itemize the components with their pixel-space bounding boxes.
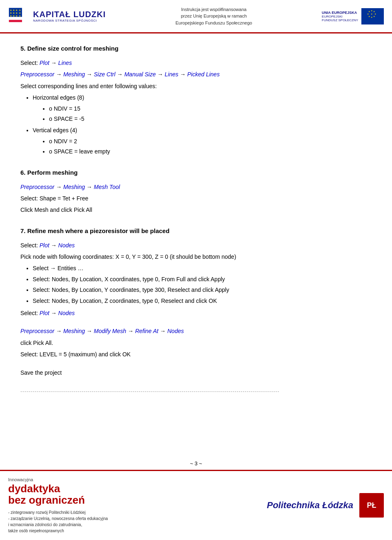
footer-right: Politechnika Łódzka PŁ	[267, 493, 384, 518]
svg-text:★: ★	[13, 11, 15, 14]
section-7-title: 7. Refine mesh where a piezoresistor wil…	[20, 226, 372, 236]
footer-desc3: i wzmacniania zdolności do zatrudniania,	[8, 522, 108, 528]
logo-left: ★ ★ ★ ★ ★ ★ ★ ★ ★ ★ ★ ★ KAPITAŁ	[8, 5, 106, 27]
section5-line3: Select corresponding lines and enter fol…	[20, 82, 372, 91]
section5-sub1a: NDIV = 15	[49, 104, 372, 113]
section-5: 5. Define size control for meshing Selec…	[20, 44, 372, 156]
section-6: 6. Perform meshing Preprocessor → Meshin…	[20, 168, 372, 215]
main-content: 5. Define size control for meshing Selec…	[0, 33, 392, 457]
svg-text:★: ★	[10, 11, 12, 14]
footer-desc2: - zarządzanie Uczelnią, nowoczesna ofert…	[8, 516, 108, 522]
section5-sub1: NDIV = 15 SPACE = -5	[49, 104, 372, 124]
center-line1: Instrukcja jest współfinansowana	[176, 6, 252, 13]
section5-line2: Preprocessor → Meshing → Size Ctrl → Man…	[20, 70, 372, 79]
svg-text:★: ★	[19, 11, 21, 14]
header-right: UNIA EUROPEJSKA EUROPEJSKI FUNDUSZ SPOŁE…	[322, 8, 384, 24]
section5-sub2: NDIV = 2 SPACE = leave empty	[49, 137, 372, 156]
section7-line2: Pick node with following coordinates: X …	[20, 252, 372, 261]
header-center-text: Instrukcja jest współfinansowana przez U…	[176, 6, 252, 27]
footer-bez: bez ograniczeń	[8, 494, 108, 506]
svg-rect-15	[9, 20, 22, 22]
section7-bullet1: Select → Entities …	[33, 264, 372, 273]
section7-line4: Preprocessor → Meshing → Modify Mesh → R…	[20, 327, 372, 336]
section6-line2: Select: Shape = Tet + Free	[20, 194, 372, 203]
eu-flag-icon: ★ ★ ★ ★ ★ ★ ★ ★ ★	[361, 8, 384, 24]
section7-bullet3: Select: Nodes, By Location, Y coordinate…	[33, 285, 372, 294]
section6-preprocessor-path: Preprocessor → Meshing → Mesh Tool	[20, 184, 120, 190]
section5-list: Horizontal edges (8) NDIV = 15 SPACE = -…	[33, 93, 372, 156]
svg-text:★: ★	[16, 11, 18, 14]
footer-innowacyjna: Innowacyjna	[8, 477, 108, 482]
section5-plot-lines: Plot → Lines	[40, 60, 72, 66]
section5-line1: Select: Plot → Lines	[20, 58, 372, 67]
eu-title: UNIA EUROPEJSKA	[322, 11, 358, 15]
section-7: 7. Refine mesh where a piezoresistor wil…	[20, 226, 372, 377]
section7-plot-nodes2: Plot → Nodes	[40, 310, 75, 316]
footer-desc4: także osób niepełnosprawnych	[8, 528, 108, 534]
section7-line7: Save the project	[20, 368, 372, 377]
svg-text:★: ★	[19, 9, 21, 11]
section-6-title: 6. Perform meshing	[20, 168, 372, 178]
eu-text: UNIA EUROPEJSKA EUROPEJSKI FUNDUSZ SPOŁE…	[322, 11, 358, 22]
center-line2: przez Unię Europejską w ramach	[176, 13, 252, 20]
section7-line3: Select: Plot → Nodes	[20, 309, 372, 318]
svg-text:★: ★	[10, 14, 12, 17]
center-line3: Europejskiego Funduszu Społecznego	[176, 20, 252, 27]
page: ★ ★ ★ ★ ★ ★ ★ ★ ★ ★ ★ ★ KAPITAŁ	[0, 0, 392, 540]
section7-bullet4: Select: Nodes, By Location, Z coordinate…	[33, 296, 372, 305]
section7-plot-nodes: Plot → Nodes	[40, 242, 75, 249]
svg-text:★: ★	[13, 9, 15, 11]
footer-left: Innowacyjna dydaktyka bez ograniczeń - z…	[8, 477, 108, 534]
header: ★ ★ ★ ★ ★ ★ ★ ★ ★ ★ ★ ★ KAPITAŁ	[0, 0, 392, 33]
section-5-title: 5. Define size control for meshing	[20, 44, 372, 53]
svg-text:★: ★	[19, 14, 21, 17]
section5-sub1b: SPACE = -5	[49, 114, 372, 123]
dashed-divider: ----------------------------------------…	[20, 389, 372, 394]
section5-bullet1: Horizontal edges (8)	[33, 93, 372, 102]
section5-bullet2: Vertical edges (4)	[33, 126, 372, 135]
section7-line6: Select: LEVEL = 5 (maximum) and click OK	[20, 350, 372, 359]
footer-dydaktyka: dydaktyka	[8, 483, 108, 495]
logo-text: KAPITAŁ LUDZKI NARODOWA STRATEGIA SPÓJNO…	[33, 10, 106, 22]
footer: Innowacyjna dydaktyka bez ograniczeń - z…	[0, 470, 392, 540]
footer-logo-box: PŁ	[359, 493, 384, 518]
svg-rect-16	[361, 8, 384, 24]
eu-subtitle1: EUROPEJSKI	[322, 15, 358, 18]
eu-subtitle2: FUNDUSZ SPOŁECZNY	[322, 18, 358, 22]
section7-preprocessor-path: Preprocessor → Meshing → Modify Mesh → R…	[20, 328, 184, 334]
section5-preprocessor-path: Preprocessor → Meshing → Size Ctrl → Man…	[20, 71, 220, 78]
footer-politechnika-text: Politechnika Łódzka	[267, 500, 354, 511]
svg-rect-14	[9, 18, 22, 20]
section6-line1: Preprocessor → Meshing → Mesh Tool	[20, 182, 372, 191]
section5-sub2b: SPACE = leave empty	[49, 147, 372, 156]
section5-sub2a: NDIV = 2	[49, 137, 372, 146]
svg-text:★: ★	[16, 14, 18, 17]
page-number: ~ 3 ~	[0, 457, 392, 470]
section6-line3: Click Mesh and click Pick All	[20, 205, 372, 214]
footer-desc1: - zintegrowany rozwój Politechniki Łódzk…	[8, 509, 108, 516]
logo-main-text: KAPITAŁ LUDZKI	[33, 10, 106, 19]
section7-bullet2: Select: Nodes, By Location, X coordinate…	[33, 275, 372, 284]
footer-logo-pl: PŁ	[367, 501, 376, 510]
star-logo-icon: ★ ★ ★ ★ ★ ★ ★ ★ ★ ★ ★ ★	[8, 5, 31, 27]
section7-line1: Select: Plot → Nodes	[20, 241, 372, 250]
svg-text:★: ★	[13, 14, 15, 17]
section7-line5: click Pick All.	[20, 338, 372, 347]
section7-list: Select → Entities … Select: Nodes, By Lo…	[33, 264, 372, 305]
logo-sub-text: NARODOWA STRATEGIA SPÓJNOŚCI	[33, 19, 106, 22]
svg-text:★: ★	[16, 9, 18, 11]
svg-text:★: ★	[10, 9, 12, 11]
